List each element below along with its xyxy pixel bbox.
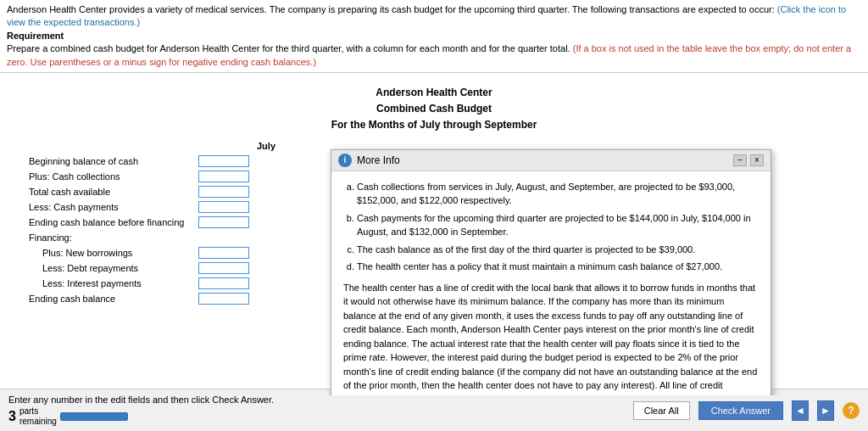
modal-list-item-a: Cash collections from services in July, …	[357, 180, 759, 208]
parts-remaining-container: 3 partsremaining	[8, 406, 274, 427]
modal-list: Cash collections from services in July, …	[343, 180, 759, 274]
bottom-instruction: Enter any number in the edit fields and …	[8, 395, 274, 405]
progress-bar	[60, 412, 128, 421]
clear-all-button[interactable]: Clear All	[633, 401, 690, 420]
modal-list-item-b: Cash payments for the upcoming third qua…	[357, 211, 759, 239]
help-icon[interactable]: ?	[843, 402, 860, 419]
modal-list-item-d: The health center has a policy that it m…	[357, 260, 759, 274]
modal-controls: − ×	[733, 154, 764, 166]
more-info-modal: i More Info − × Cash collections from se…	[331, 149, 771, 395]
modal-close-button[interactable]: ×	[750, 154, 764, 166]
parts-count: 3	[8, 409, 16, 424]
requirement-text-block: Prepare a combined cash budget for Ander…	[7, 42, 861, 69]
parts-label: partsremaining	[19, 406, 57, 427]
modal-titlebar: i More Info − ×	[331, 150, 771, 171]
requirement-main: Prepare a combined cash budget for Ander…	[7, 43, 570, 53]
modal-minimize-button[interactable]: −	[733, 154, 747, 166]
nav-next-button[interactable]: ►	[817, 400, 834, 421]
modal-title: More Info	[357, 154, 733, 166]
modal-paragraph: The health center has a line of credit w…	[343, 281, 759, 395]
requirement-label: Requirement	[7, 31, 64, 41]
modal-list-item-c: The cash balance as of the first day of …	[357, 243, 759, 257]
modal-body: Cash collections from services in July, …	[331, 171, 771, 395]
check-answer-button[interactable]: Check Answer	[698, 401, 783, 420]
top-instruction-bar: Anderson Health Center provides a variet…	[0, 0, 868, 73]
nav-prev-button[interactable]: ◄	[792, 400, 809, 421]
description: Anderson Health Center provides a variet…	[7, 4, 775, 14]
description-text: Anderson Health Center provides a variet…	[7, 3, 861, 30]
modal-overlay: i More Info − × Cash collections from se…	[0, 73, 868, 395]
modal-info-icon: i	[338, 154, 352, 167]
main-content-area: Anderson Health Center Combined Cash Bud…	[0, 73, 868, 395]
